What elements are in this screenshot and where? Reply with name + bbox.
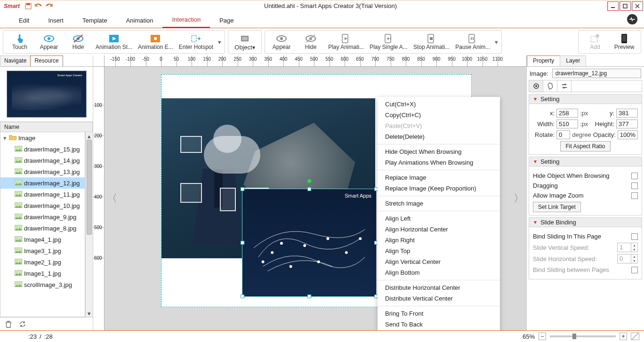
redo-icon[interactable]	[44, 1, 54, 11]
menu-item[interactable]: Distribute Vertical Center	[378, 293, 500, 304]
resource-item[interactable]: drawerImage_11.jpg	[0, 189, 85, 200]
scroll-up-icon[interactable]: ▴	[86, 132, 93, 140]
x-input[interactable]: 258	[556, 109, 578, 118]
tab-layer[interactable]: Layer	[560, 56, 586, 66]
rotate-handle[interactable]	[307, 179, 312, 183]
hide-object-checkbox[interactable]	[631, 173, 638, 179]
resize-handle-bl[interactable]	[241, 294, 244, 298]
tab-navigate[interactable]: Navigate	[0, 56, 31, 66]
allow-zoom-checkbox[interactable]	[631, 192, 638, 199]
spin-up-icon[interactable]: ▲	[631, 243, 637, 247]
section-header[interactable]: ▼Setting	[529, 94, 642, 104]
resource-item[interactable]: drawerImage_15.jpg	[0, 143, 85, 155]
menu-item[interactable]: Hide Object When Browsing	[378, 146, 500, 157]
section-header[interactable]: ▼Setting	[529, 157, 642, 167]
spin-down-icon[interactable]: ▼	[631, 259, 637, 263]
menu-item[interactable]: Play Animations When Browsing	[378, 157, 500, 168]
play-animation-button[interactable]: Play Animati...	[325, 30, 367, 54]
set-link-target-button[interactable]: Set Link Target	[533, 202, 581, 212]
menu-item[interactable]: Stretch Image	[378, 198, 500, 209]
menu-item[interactable]: Send To Back	[378, 319, 500, 330]
rotate-input[interactable]: 0	[556, 130, 570, 139]
animation-end-button[interactable]: Animation E...	[135, 30, 176, 54]
width-input[interactable]: 510	[556, 119, 578, 128]
resource-item[interactable]: drawerImage_9.jpg	[0, 211, 85, 223]
height-input[interactable]: 377	[616, 119, 638, 128]
gear-icon[interactable]	[529, 80, 543, 92]
opacity-input[interactable]: 100%	[618, 130, 638, 139]
menu-item[interactable]: Bring Forward	[378, 330, 500, 330]
pause-animation-button[interactable]: Pause Anim...	[452, 30, 493, 54]
collapse-icon[interactable]: ▾	[3, 135, 9, 142]
y-input[interactable]: 381	[616, 109, 638, 118]
scroll-thumb[interactable]	[87, 140, 92, 235]
resize-handle-ml[interactable]	[241, 241, 244, 245]
menu-item[interactable]: Cut(Ctrl+X)	[378, 99, 500, 110]
appear-button[interactable]: Appear	[34, 30, 64, 54]
dragging-checkbox[interactable]	[631, 183, 638, 189]
zoom-fit-button[interactable]	[631, 333, 639, 340]
resource-item[interactable]: drawerImage_12.jpg	[0, 177, 85, 189]
spin-down-icon[interactable]: ▼	[631, 247, 637, 252]
resource-item[interactable]: scrollImage_3.jpg	[0, 279, 85, 290]
resource-item[interactable]: drawerImage_10.jpg	[0, 200, 85, 211]
minimize-button[interactable]	[607, 1, 619, 11]
touch-button[interactable]: Touch	[5, 30, 34, 54]
resource-thumbnail[interactable]: Smart Apps Creator	[0, 67, 93, 122]
play-single-button[interactable]: Play Single A...	[367, 30, 411, 54]
resource-item[interactable]: drawerImage_14.jpg	[0, 155, 85, 166]
spin-up-icon[interactable]: ▲	[631, 255, 637, 259]
menu-item[interactable]: Align Right	[378, 235, 500, 246]
menu-item[interactable]: Delete(Delete)	[378, 131, 500, 142]
hide2-button[interactable]: Hide	[296, 30, 325, 54]
close-button[interactable]	[632, 1, 643, 11]
tab-interaction[interactable]: Interaction	[162, 12, 210, 28]
image-file-value[interactable]: drawerImage_12.jpg	[552, 69, 641, 78]
tab-template[interactable]: Template	[73, 13, 117, 28]
zoom-in-button[interactable]: +	[620, 333, 627, 340]
zoom-label[interactable]: 65%	[523, 333, 535, 340]
canvas[interactable]: 〈 〉 Smart Apps	[105, 67, 526, 330]
menu-item[interactable]: Align Left	[378, 213, 500, 224]
menu-item[interactable]: Copy(Ctrl+C)	[378, 110, 500, 120]
group-overflow-icon[interactable]: ▾	[493, 39, 499, 46]
menu-item[interactable]: Align Horizontal Center	[378, 224, 500, 235]
section-header[interactable]: ▼Slide Binding	[529, 217, 642, 227]
maximize-button[interactable]	[620, 1, 631, 11]
menu-item[interactable]: Bring To Front	[378, 308, 500, 319]
bind-sliding-page-checkbox[interactable]	[631, 233, 638, 240]
resource-item[interactable]: drawerImage_13.jpg	[0, 166, 85, 177]
resource-item[interactable]: Image4_1.jpg	[0, 234, 85, 245]
resize-handle-tl[interactable]	[241, 187, 244, 191]
tab-animation[interactable]: Animation	[117, 13, 163, 28]
trash-icon[interactable]	[5, 320, 12, 328]
resize-handle-bm[interactable]	[307, 294, 311, 298]
fit-aspect-ratio-button[interactable]: Fit Aspect Ratio	[560, 141, 610, 151]
tab-insert[interactable]: Insert	[39, 13, 73, 28]
zoom-slider[interactable]	[550, 335, 616, 337]
resize-handle-tm[interactable]	[307, 187, 311, 191]
menu-item[interactable]: Align Bottom	[378, 267, 500, 278]
resource-item[interactable]: Image3_1.jpg	[0, 245, 85, 256]
menu-item[interactable]: Align Top	[378, 246, 500, 256]
menu-item[interactable]: Replace Image	[378, 172, 500, 183]
undo-icon[interactable]	[34, 1, 43, 11]
tab-page[interactable]: Page	[210, 13, 243, 28]
refresh-icon[interactable]	[19, 320, 26, 328]
hide-button[interactable]: Hide	[64, 30, 93, 54]
scroll-track[interactable]	[86, 140, 93, 310]
activity-icon[interactable]	[627, 14, 637, 24]
context-menu[interactable]: Cut(Ctrl+X)Copy(Ctrl+C)Paste(Ctrl+V)Dele…	[378, 97, 500, 330]
cog-icon[interactable]	[543, 80, 557, 92]
prev-page-arrow[interactable]: 〈	[106, 189, 118, 208]
resource-item[interactable]: Image1_1.jpg	[0, 268, 85, 279]
menu-item[interactable]: Align Vertical Center	[378, 256, 500, 267]
tab-resource[interactable]: Resource	[30, 56, 63, 66]
tab-property[interactable]: Property	[527, 56, 560, 66]
bind-sliding-pages-checkbox[interactable]	[631, 267, 638, 273]
stop-animation-button[interactable]: Stop Animati...	[411, 30, 452, 54]
zoom-slider-knob[interactable]	[572, 334, 576, 339]
folder-image[interactable]: ▾ Image	[0, 132, 85, 143]
menu-item[interactable]: Distribute Horizontal Center	[378, 282, 500, 293]
appear2-button[interactable]: Appear	[267, 30, 296, 54]
